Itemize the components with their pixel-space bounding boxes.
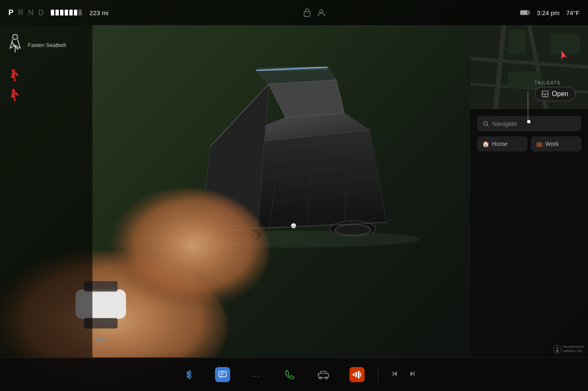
lock-profile-area [302, 8, 326, 17]
chat-svg [218, 371, 227, 378]
search-icon [483, 121, 489, 127]
seated-person-2 [8, 89, 21, 103]
gear-selector: P R N D 223 mi [8, 8, 108, 17]
chat-button[interactable] [206, 358, 239, 391]
more-button[interactable]: ... [239, 358, 273, 391]
home-shortcut[interactable]: 🏠 Home [477, 136, 528, 151]
airbag-line1: PASSENGER [563, 345, 584, 349]
battery-status-icon [520, 10, 530, 16]
svg-point-28 [13, 34, 18, 39]
menu-button[interactable] [96, 337, 106, 347]
svg-point-64 [319, 377, 321, 379]
svg-point-58 [556, 347, 558, 349]
toolbar-divider [378, 366, 378, 383]
svg-rect-41 [550, 34, 580, 55]
airbag-notice: PASSENGER AIRBAG ON [553, 345, 584, 353]
svg-line-47 [487, 125, 489, 126]
svg-rect-26 [521, 11, 528, 14]
phone-button[interactable] [273, 358, 307, 391]
audio-icon [349, 367, 365, 382]
svg-rect-60 [219, 371, 226, 377]
navigation-panel: Navigate 🏠 Home 💼 Work [470, 109, 588, 357]
airbag-info: PASSENGER AIRBAG ON [553, 345, 584, 353]
audio-svg [352, 370, 362, 379]
tesla-screen: P R N D 223 mi [0, 0, 588, 391]
work-icon: 💼 [536, 141, 543, 147]
svg-point-30 [12, 69, 15, 73]
svg-point-19 [335, 224, 370, 235]
svg-point-18 [218, 230, 256, 242]
airbag-icon-circle [553, 345, 562, 353]
svg-rect-69 [355, 372, 357, 377]
seatbelt-warning: Fasten Seatbelt [0, 25, 92, 65]
occupant-icon-2 [8, 89, 84, 105]
navigate-placeholder: Navigate [492, 120, 517, 127]
airbag-line2: AIRBAG ON [563, 349, 584, 353]
svg-point-31 [12, 89, 15, 92]
bottom-toolbar: ... [0, 357, 588, 391]
home-label: Home [492, 141, 507, 147]
hamburger-icon [96, 337, 106, 345]
svg-point-24 [320, 10, 323, 13]
tailgate-connector-dot [527, 120, 530, 123]
next-button[interactable] [408, 370, 416, 380]
tailgate-label: TAILGATE [535, 81, 561, 85]
svg-rect-23 [304, 12, 310, 16]
status-center-icons [108, 8, 520, 17]
car-button[interactable] [307, 358, 340, 391]
work-shortcut[interactable]: 💼 Work [531, 136, 581, 151]
tailgate-icon [542, 91, 549, 97]
occupant-icons [0, 65, 92, 109]
prev-icon [391, 370, 399, 378]
svg-marker-12 [269, 80, 344, 117]
svg-point-65 [325, 377, 327, 379]
bluetooth-icon [183, 369, 195, 381]
audio-button[interactable] [340, 358, 374, 391]
airbag-icon-row: PASSENGER AIRBAG ON [553, 345, 584, 353]
nav-shortcuts: 🏠 Home 💼 Work [477, 136, 581, 151]
work-label: Work [545, 141, 559, 147]
svg-point-46 [484, 121, 488, 125]
chat-icon [215, 367, 230, 382]
svg-rect-27 [529, 12, 530, 13]
playback-controls [391, 370, 416, 380]
phone-icon [284, 369, 295, 380]
tailgate-connector-line [528, 91, 528, 121]
occupant-icon-1 [8, 69, 84, 85]
gear-p: P R N D [8, 8, 45, 17]
svg-point-0 [168, 231, 420, 248]
lock-icon [302, 8, 312, 17]
seatbelt-label: Fasten Seatbelt [28, 42, 66, 48]
temp-display: 74°F [566, 9, 580, 16]
prev-button[interactable] [391, 370, 399, 380]
bluetooth-button[interactable] [172, 358, 206, 391]
time-display: 3:24 pm [537, 9, 559, 16]
svg-marker-74 [410, 371, 414, 376]
tailgate-open-label: Open [552, 90, 568, 98]
seatbelt-icon [7, 34, 24, 56]
tailgate-section: TAILGATE Open [535, 81, 575, 101]
tailgate-open-button[interactable]: Open [535, 87, 575, 101]
airbag-person-icon [555, 347, 560, 352]
profile-icon [317, 8, 326, 17]
truck-3d-view [126, 63, 420, 252]
navigate-search[interactable]: Navigate [477, 116, 581, 131]
next-icon [408, 370, 416, 378]
car-icon [318, 370, 329, 379]
airbag-text-block: PASSENGER AIRBAG ON [563, 345, 584, 353]
battery-indicator [51, 10, 82, 16]
range-display: 223 mi [89, 9, 108, 16]
home-icon: 🏠 [482, 141, 489, 147]
svg-rect-71 [360, 373, 361, 377]
left-panel: Fasten Seatbelt [0, 25, 92, 357]
seated-person-1 [8, 69, 21, 83]
status-bar: P R N D 223 mi [0, 0, 588, 25]
more-icon: ... [252, 370, 260, 379]
svg-rect-68 [353, 373, 354, 376]
svg-marker-72 [394, 371, 397, 376]
seatbelt-svg [7, 34, 24, 55]
svg-rect-70 [358, 371, 360, 378]
svg-rect-39 [508, 29, 525, 55]
svg-point-20 [291, 223, 296, 228]
status-right: 3:24 pm 74°F [520, 9, 580, 16]
